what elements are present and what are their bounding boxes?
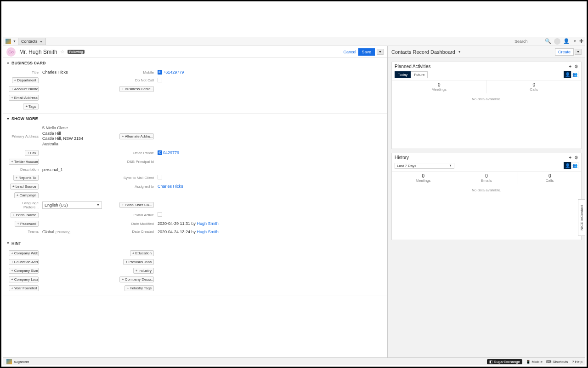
stat-calls[interactable]: 0 Calls	[487, 80, 582, 93]
shortcuts-link[interactable]: ⌨ Shortcuts	[546, 360, 568, 364]
user-menu-icon[interactable]: 👤	[563, 38, 570, 44]
stat-meetings[interactable]: 0 Meetings	[392, 172, 455, 184]
help-link[interactable]: ? Help	[572, 360, 582, 364]
search-icon[interactable]: 🔍	[545, 38, 551, 44]
global-search-input[interactable]	[514, 39, 542, 44]
history-filter-select[interactable]: Last 7 Days ▼	[395, 163, 454, 169]
count: 0	[489, 82, 580, 87]
user-filter-icon[interactable]: 👤	[564, 71, 571, 78]
app-menu-caret[interactable]: ▼	[13, 40, 16, 43]
value-description[interactable]: personal_1	[42, 167, 111, 172]
count: 0	[520, 173, 579, 178]
label: Campaign	[20, 193, 36, 197]
quick-create-icon[interactable]: ✚	[579, 38, 583, 44]
panel-title: HINT	[11, 241, 21, 246]
office-phone-link[interactable]: 0429779	[163, 150, 179, 155]
label-assigned-to: Assigned to	[115, 184, 154, 189]
add-department-button[interactable]: +Department	[12, 77, 39, 83]
label: Education Addit...	[14, 260, 39, 264]
value-title[interactable]: Charles Hicks	[42, 70, 111, 75]
do-not-call-checkbox[interactable]	[158, 78, 162, 82]
following-badge[interactable]: Following	[68, 50, 85, 54]
add-lead-source-button[interactable]: +Lead Source	[10, 184, 39, 190]
create-button[interactable]: Create	[555, 48, 574, 56]
mobile-link[interactable]: +61429779	[163, 70, 184, 75]
gear-icon[interactable]: ⚙	[574, 155, 578, 160]
add-company-website-button[interactable]: +Company Websi...	[9, 250, 39, 256]
app-logo-icon[interactable]	[6, 39, 11, 44]
add-company-descr-button[interactable]: +Company Descr...	[119, 276, 154, 282]
tab-today[interactable]: Today	[395, 71, 411, 78]
mobile-link[interactable]: 📱 Mobile	[526, 360, 543, 364]
notification-icon[interactable]	[554, 38, 560, 45]
nice-incontact-tab[interactable]: NICE inContact	[578, 199, 585, 236]
footer-logo[interactable]: sugarcrm	[6, 359, 29, 364]
no-data-text: No data available.	[392, 184, 581, 196]
by-text: by	[192, 221, 196, 226]
label: Twitter Account	[14, 160, 39, 164]
language-select[interactable]: English (US)▼	[42, 201, 102, 209]
create-caret[interactable]: ▼	[575, 49, 582, 55]
add-portal-name-button[interactable]: +Portal Name	[11, 212, 39, 218]
portal-active-checkbox[interactable]	[158, 212, 162, 217]
stat-calls[interactable]: 0 Calls	[518, 172, 581, 184]
panel-header-hint[interactable]: ▼ HINT	[3, 238, 387, 248]
panel-business-card: ▼ BUSINESS CARD Title Charles Hicks Mobi…	[3, 58, 387, 114]
gear-icon[interactable]: ⚙	[574, 64, 578, 69]
group-filter-icon[interactable]: 👥	[571, 71, 578, 78]
user-filter-icon[interactable]: 👤	[564, 162, 571, 169]
value-primary-address[interactable]: 5 Niello Close Castle Hill Castle Hill, …	[42, 126, 111, 147]
sync-mail-checkbox[interactable]	[158, 175, 162, 179]
add-portal-user-button[interactable]: +Portal User Co...	[119, 202, 154, 208]
value-mobile[interactable]: ✆ +61429779	[158, 70, 226, 75]
label: Company Size	[14, 269, 38, 273]
add-industry-tags-button[interactable]: +Industry Tags	[124, 285, 154, 291]
user-caret[interactable]: ▼	[573, 40, 577, 43]
label: Account Name	[14, 87, 38, 91]
label-office-phone: Office Phone	[115, 151, 154, 155]
tab-future[interactable]: Future	[411, 71, 428, 78]
dashboard-caret[interactable]: ▼	[458, 50, 461, 53]
add-education-addl-button[interactable]: +Education Addit...	[9, 259, 39, 265]
stat-meetings[interactable]: 0 Meetings	[392, 80, 487, 93]
group-filter-icon[interactable]: 👥	[571, 162, 578, 169]
user-link[interactable]: Hugh Smith	[197, 221, 219, 226]
favorite-star-icon[interactable]: ☆	[60, 49, 65, 55]
team-name: Global	[42, 230, 54, 234]
add-year-founded-button[interactable]: +Year Founded	[9, 285, 39, 291]
add-industry-button[interactable]: +Industry	[133, 268, 154, 274]
add-company-location-button[interactable]: +Company Locati...	[9, 276, 39, 282]
add-password-button[interactable]: +Password	[15, 221, 39, 227]
addr-line: Castle Hill, NSW 2154	[42, 136, 111, 142]
user-link[interactable]: Hugh Smith	[197, 230, 219, 234]
add-email-button[interactable]: +Email Address	[9, 95, 39, 101]
add-campaign-button[interactable]: +Campaign	[14, 192, 39, 198]
add-tags-button[interactable]: +Tags	[23, 104, 39, 109]
add-education-button[interactable]: +Education	[130, 250, 154, 256]
label-description: Description	[6, 167, 39, 172]
label: Previous Jobs	[129, 260, 152, 264]
panel-header-business-card[interactable]: ▼ BUSINESS CARD	[3, 58, 387, 68]
module-tab-contacts[interactable]: Contacts ▼	[18, 38, 46, 45]
save-button[interactable]: Save	[358, 48, 375, 56]
add-alternate-address-button[interactable]: +Alternate Addre...	[119, 133, 154, 139]
add-company-size-button[interactable]: +Company Size	[9, 268, 39, 274]
value-office-phone[interactable]: ✆ 0429779	[158, 150, 226, 155]
add-fax-button[interactable]: +Fax	[25, 150, 39, 156]
label: Year Founded	[14, 286, 37, 290]
add-previous-jobs-button[interactable]: +Previous Jobs	[123, 259, 154, 265]
panel-header-show-more[interactable]: ▼ SHOW MORE	[3, 114, 387, 124]
add-twitter-button[interactable]: +Twitter Account	[9, 159, 39, 165]
plus-icon[interactable]: +	[569, 64, 571, 69]
add-account-name-button[interactable]: +Account Name	[9, 86, 39, 92]
cancel-button[interactable]: Cancel	[344, 50, 356, 54]
add-business-center-button[interactable]: +Business Cente...	[119, 86, 154, 92]
value-assigned-to[interactable]: Charles Hicks	[158, 184, 226, 189]
plus-icon[interactable]: +	[569, 155, 571, 160]
add-reports-to-button[interactable]: +Reports To	[13, 175, 39, 181]
stat-emails[interactable]: 0 Emails	[455, 172, 519, 184]
sugar-exchange-button[interactable]: ◧ SugarExchange	[487, 359, 522, 364]
value-teams[interactable]: Global (Primary)	[42, 230, 111, 234]
record-actions-caret[interactable]: ▼	[377, 49, 384, 55]
no-data-text: No data available.	[392, 93, 581, 105]
